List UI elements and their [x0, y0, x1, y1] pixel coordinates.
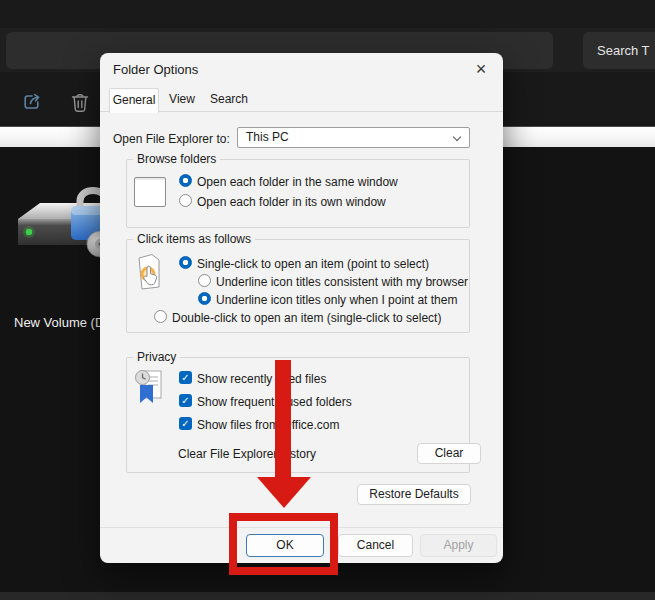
explorer-tab-strip [0, 0, 655, 28]
explorer-window: Search T [0, 0, 655, 600]
radio-same-window[interactable] [179, 174, 192, 187]
checkbox-office-files[interactable]: ✓ [179, 417, 192, 430]
tab-view[interactable]: View [161, 88, 203, 111]
checkbox-label[interactable]: Show files from Office.com [197, 418, 340, 432]
radio-single-click[interactable] [179, 256, 192, 269]
checkbox-recent-files[interactable]: ✓ [179, 371, 192, 384]
radio-underline-browser[interactable] [198, 274, 211, 287]
radio-label[interactable]: Open each folder in the same window [197, 175, 398, 189]
share-icon[interactable] [22, 92, 42, 116]
browse-folders-group: Browse folders Open each folder in the s… [126, 159, 470, 228]
group-title: Click items as follows [133, 233, 255, 246]
group-title: Privacy [133, 351, 180, 364]
radio-underline-point[interactable] [198, 292, 211, 305]
radio-double-click[interactable] [154, 310, 167, 323]
group-title: Browse folders [133, 153, 220, 166]
tab-search[interactable]: Search [205, 88, 253, 111]
radio-label[interactable]: Double-click to open an item (single-cli… [172, 311, 441, 325]
drive-label: New Volume (D [14, 315, 104, 330]
annotation-arrow-shaft [275, 360, 291, 478]
checkbox-label[interactable]: Show recently used files [197, 372, 326, 386]
radio-label[interactable]: Underline icon titles consistent with my… [216, 275, 468, 289]
annotation-arrow-head [257, 477, 311, 508]
radio-label[interactable]: Open each folder in its own window [197, 195, 386, 209]
radio-label[interactable]: Single-click to open an item (point to s… [197, 257, 429, 271]
tab-general[interactable]: General [109, 88, 159, 113]
single-click-icon [137, 253, 162, 291]
cancel-button[interactable]: Cancel [338, 534, 413, 557]
search-box[interactable]: Search T [583, 32, 655, 69]
apply-button: Apply [420, 534, 497, 557]
explorer-statusbar [0, 592, 655, 600]
open-to-value: This PC [246, 130, 289, 144]
chevron-down-icon [453, 133, 461, 141]
close-icon[interactable]: × [469, 57, 493, 81]
restore-defaults-button[interactable]: Restore Defaults [357, 484, 471, 505]
privacy-history-icon [134, 368, 164, 405]
radio-own-window[interactable] [179, 194, 192, 207]
tabstrip-border [100, 111, 503, 112]
checkbox-frequent-folders[interactable]: ✓ [179, 394, 192, 407]
clear-history-label: Clear File Explorer history [178, 447, 316, 461]
open-file-explorer-label: Open File Explorer to: [113, 132, 230, 146]
open-to-dropdown[interactable]: This PC [237, 127, 470, 148]
click-items-group: Click items as follows Single-click to o… [126, 239, 470, 333]
clear-button[interactable]: Clear [417, 443, 481, 464]
annotation-highlight-box [229, 513, 338, 575]
radio-label[interactable]: Underline icon titles only when I point … [216, 293, 457, 307]
folder-window-icon [134, 177, 166, 207]
privacy-group: Privacy ✓ Show recently used files ✓ Sho… [126, 357, 470, 473]
delete-icon[interactable] [71, 92, 89, 117]
dialog-title: Folder Options [113, 62, 198, 77]
